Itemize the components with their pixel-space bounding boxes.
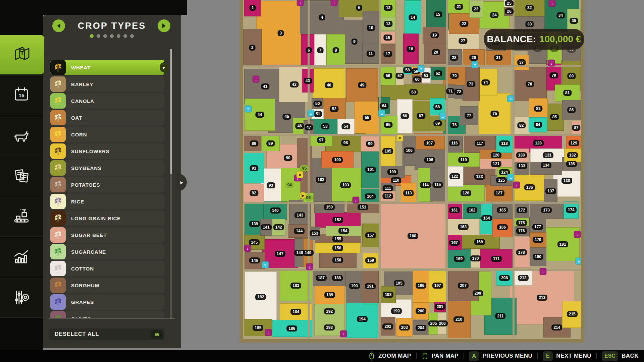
sidebar-item-production[interactable] bbox=[0, 197, 43, 237]
deselect-all-button[interactable]: DESELECT ALL W bbox=[49, 328, 164, 340]
sell-point-marker[interactable]: ↓ bbox=[574, 231, 581, 238]
map-fields-layer[interactable]: 1234567891011121314151617181920212223242… bbox=[243, 0, 581, 339]
field-number-71[interactable]: 71 bbox=[446, 88, 454, 94]
field-number-32[interactable]: 32 bbox=[525, 5, 534, 11]
field-number-84[interactable]: 84 bbox=[534, 122, 542, 128]
field-number-168[interactable]: 168 bbox=[474, 239, 485, 245]
field-number-180[interactable]: 180 bbox=[533, 254, 543, 260]
field-number-50[interactable]: 50 bbox=[313, 101, 322, 107]
field-number-210[interactable]: 210 bbox=[453, 316, 464, 322]
field-number-155[interactable]: 155 bbox=[332, 236, 343, 242]
sell-point-marker[interactable]: ↓ bbox=[549, 0, 556, 7]
field-number-192[interactable]: 192 bbox=[324, 308, 335, 314]
sell-point-marker[interactable]: ↓ bbox=[297, 0, 304, 6]
field-number-85[interactable]: 85 bbox=[550, 114, 559, 120]
production-marker[interactable]: ≡ bbox=[307, 110, 314, 117]
field-number-45[interactable]: 45 bbox=[282, 114, 291, 120]
field-number-134[interactable]: 134 bbox=[541, 162, 551, 168]
field-number-93[interactable]: 93 bbox=[267, 182, 275, 188]
field-number-116[interactable]: 116 bbox=[449, 140, 460, 146]
field-number-209[interactable]: 209 bbox=[473, 290, 483, 296]
field-number-23[interactable]: 23 bbox=[472, 6, 480, 12]
field-number-92[interactable]: 92 bbox=[250, 190, 258, 196]
crop-item-grapes[interactable]: GRAPES bbox=[50, 294, 164, 310]
field-number-102[interactable]: 102 bbox=[316, 177, 326, 183]
field-number-204[interactable]: 204 bbox=[416, 325, 426, 331]
field-number-57[interactable]: 57 bbox=[395, 73, 404, 79]
field-number-9[interactable]: 9 bbox=[351, 39, 358, 45]
field-number-159[interactable]: 159 bbox=[365, 257, 376, 263]
field-number-47[interactable]: 47 bbox=[305, 124, 313, 130]
crop-item-canola[interactable]: CANOLA bbox=[50, 93, 164, 109]
scrollbar-thumb[interactable] bbox=[170, 49, 172, 174]
field-number-153[interactable]: 153 bbox=[310, 230, 320, 236]
field-number-17[interactable]: 17 bbox=[384, 51, 392, 57]
field-number-211[interactable]: 211 bbox=[495, 313, 505, 319]
field-number-44[interactable]: 44 bbox=[256, 112, 264, 118]
field-number-6[interactable]: 6 bbox=[306, 47, 312, 53]
production-marker[interactable]: ≡ bbox=[575, 258, 581, 265]
field-number-190[interactable]: 190 bbox=[349, 283, 360, 289]
field-number-26[interactable]: 26 bbox=[505, 8, 514, 14]
field-number-83[interactable]: 83 bbox=[534, 106, 542, 112]
field-number-87[interactable]: 87 bbox=[572, 125, 580, 131]
field-number-203[interactable]: 203 bbox=[399, 324, 410, 330]
field-number-91[interactable]: 91 bbox=[250, 165, 258, 171]
field-number-31[interactable]: 31 bbox=[494, 55, 502, 61]
field-number-188[interactable]: 188 bbox=[332, 275, 343, 281]
field-number-129[interactable]: 129 bbox=[569, 140, 579, 146]
field-number-73[interactable]: 73 bbox=[467, 81, 475, 87]
field-number-111[interactable]: 111 bbox=[383, 185, 393, 191]
field-number-125[interactable]: 125 bbox=[496, 177, 507, 183]
page-dot-2[interactable] bbox=[97, 34, 100, 38]
field-number-78[interactable]: 78 bbox=[526, 81, 534, 87]
field-number-15[interactable]: 15 bbox=[434, 11, 442, 17]
sidebar-item-map[interactable] bbox=[0, 35, 44, 74]
hotkey-next-menu[interactable]: ENEXT MENU bbox=[543, 351, 591, 361]
field-number-161[interactable]: 161 bbox=[449, 207, 460, 213]
production-marker[interactable]: ≡ bbox=[418, 65, 425, 72]
production-marker[interactable]: ≡ bbox=[439, 113, 446, 120]
field-number-5[interactable]: 5 bbox=[356, 5, 362, 11]
page-dot-1[interactable] bbox=[90, 34, 94, 38]
sell-point-marker[interactable]: ↓ bbox=[540, 268, 547, 275]
field-number-132[interactable]: 132 bbox=[567, 152, 578, 158]
field-number-158[interactable]: 158 bbox=[332, 257, 343, 263]
storage-marker[interactable]: # bbox=[396, 134, 403, 141]
field-number-28[interactable]: 28 bbox=[450, 55, 458, 61]
crop-item-oat[interactable]: OAT bbox=[50, 110, 164, 125]
field-number-143[interactable]: 143 bbox=[294, 212, 305, 218]
field-number-76[interactable]: 76 bbox=[450, 122, 459, 128]
crop-item-barley[interactable]: BARLEY bbox=[50, 76, 164, 92]
field-number-35[interactable]: 35 bbox=[570, 18, 578, 24]
field-number-42[interactable]: 42 bbox=[290, 81, 299, 87]
field-number-133[interactable]: 133 bbox=[517, 163, 527, 169]
field-number-13[interactable]: 13 bbox=[384, 21, 392, 27]
field-number-136[interactable]: 136 bbox=[524, 184, 535, 190]
field-number-70[interactable]: 70 bbox=[450, 73, 459, 79]
field-number-175[interactable]: 175 bbox=[516, 220, 527, 226]
field-number-3[interactable]: 3 bbox=[278, 30, 284, 36]
hotkey-previous-menu[interactable]: APREVIOUS MENU bbox=[469, 351, 532, 361]
field-number-179[interactable]: 179 bbox=[533, 237, 543, 243]
field-number-21[interactable]: 21 bbox=[454, 4, 463, 10]
field-number-56[interactable]: 56 bbox=[384, 73, 392, 79]
field-number-81[interactable]: 81 bbox=[563, 90, 572, 96]
field-number-141[interactable]: 141 bbox=[261, 224, 272, 230]
field-number-117[interactable]: 117 bbox=[475, 140, 485, 146]
field-number-171[interactable]: 171 bbox=[491, 256, 502, 262]
field-number-43[interactable]: 43 bbox=[304, 78, 312, 84]
page-dot-3[interactable] bbox=[103, 34, 107, 38]
field-number-61[interactable]: 61 bbox=[422, 72, 430, 78]
crop-item-sunflowers[interactable]: SUNFLOWERS bbox=[50, 143, 164, 159]
field-number-162[interactable]: 162 bbox=[467, 207, 477, 213]
world-map[interactable]: 1234567891011121314151617181920212223242… bbox=[239, 0, 584, 343]
crop-item-sorghum[interactable]: SORGHUM bbox=[50, 278, 164, 293]
field-number-55[interactable]: 55 bbox=[363, 115, 371, 121]
field-number-202[interactable]: 202 bbox=[382, 323, 393, 329]
field-number-60[interactable]: 60 bbox=[413, 76, 421, 82]
hotkey-pan-map[interactable]: PAN MAP bbox=[422, 351, 459, 361]
field-number-185[interactable]: 185 bbox=[253, 325, 263, 331]
field-number-208[interactable]: 208 bbox=[499, 275, 510, 281]
field-number-80[interactable]: 80 bbox=[567, 73, 576, 79]
